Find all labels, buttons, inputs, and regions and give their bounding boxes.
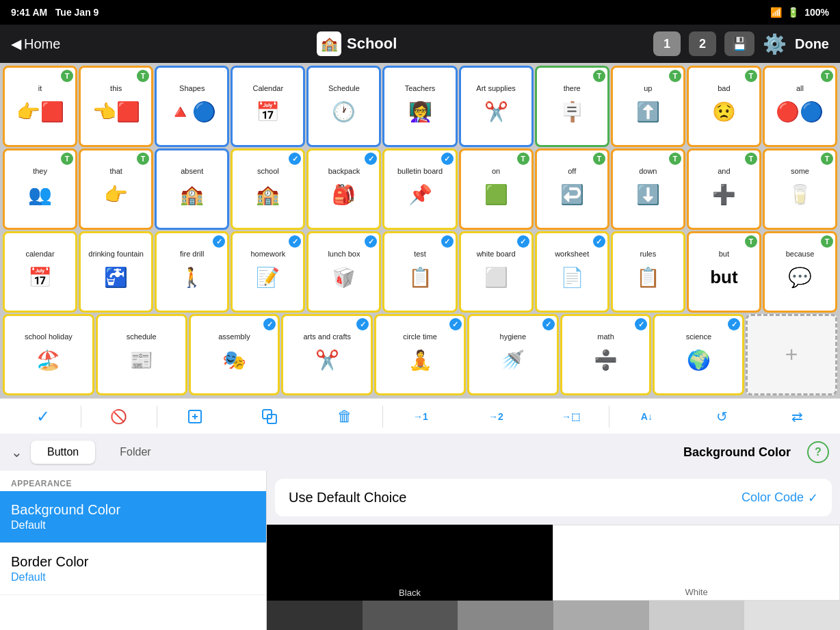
badge-check: ✓ — [635, 318, 647, 330]
cell-0-8[interactable]: up⬆️T — [611, 66, 685, 147]
cell-1-5[interactable]: bulletin board📌✓ — [382, 148, 457, 230]
settings-panel: ⌄ Button Folder Background Color ? APPEA… — [0, 434, 840, 630]
select-all-button[interactable]: ✓ — [5, 402, 81, 432]
gray4-swatch[interactable] — [553, 601, 649, 630]
cell-image: 🔺🔵 — [168, 94, 216, 129]
gray3-swatch[interactable] — [458, 601, 553, 630]
cell-1-6[interactable]: on🟩T — [459, 148, 534, 230]
cell-2-6[interactable]: white board⬜✓ — [459, 231, 534, 313]
badge-check: ✓ — [441, 235, 454, 248]
home-button[interactable]: ◀ Home — [11, 36, 60, 52]
cell-0-6[interactable]: Art supplies✂️ — [459, 66, 534, 147]
bg-color-item[interactable]: Background Color Default — [0, 491, 266, 543]
cell-label: because — [786, 250, 815, 259]
cell-1-4[interactable]: backpack🎒✓ — [306, 148, 381, 230]
cell-1-9[interactable]: and➕T — [687, 148, 761, 230]
cell-3-2[interactable]: assembly🎭✓ — [189, 314, 280, 395]
save-button[interactable]: 💾 — [724, 31, 754, 56]
page2-button[interactable]: 2 — [689, 31, 716, 56]
cell-label: white board — [477, 250, 516, 259]
cell-2-0[interactable]: calendar📅 — [3, 231, 77, 313]
gray6-swatch[interactable] — [744, 601, 840, 630]
white-swatch[interactable]: White — [553, 525, 840, 601]
cell-2-3[interactable]: homework📝✓ — [231, 231, 305, 313]
cell-3-4[interactable]: circle time🧘✓ — [374, 314, 466, 395]
cell-1-0[interactable]: they👥T — [3, 148, 77, 230]
black-swatch[interactable]: Black — [267, 525, 553, 601]
cell-3-1[interactable]: schedule📰 — [96, 314, 187, 395]
collapse-chevron[interactable]: ⌄ — [11, 444, 23, 460]
gray5-swatch[interactable] — [649, 601, 745, 630]
cell-label: off — [568, 167, 576, 176]
swap-button[interactable]: ⇄ — [759, 402, 835, 432]
cell-1-8[interactable]: down⬇️T — [611, 148, 685, 230]
cell-1-10[interactable]: some🥛T — [763, 148, 837, 230]
cell-label: this — [110, 84, 122, 93]
cell-0-2[interactable]: Shapes🔺🔵 — [155, 66, 229, 147]
cell-image: ↩️ — [560, 177, 584, 211]
settings-button[interactable]: ⚙️ — [763, 33, 787, 55]
cell-image: 📄 — [560, 260, 584, 294]
color-swatches: Black White — [267, 525, 840, 630]
cell-3-5[interactable]: hygiene🚿✓ — [467, 314, 559, 395]
badge-t: T — [137, 70, 149, 82]
color-code-button[interactable]: Color Code ✓ — [741, 490, 818, 506]
cell-1-7[interactable]: off↩️T — [535, 148, 609, 230]
badge-check: ✓ — [356, 318, 369, 330]
cell-2-4[interactable]: lunch box🥡✓ — [306, 231, 381, 313]
cell-label: Calendar — [253, 84, 284, 93]
cell-image: 🏫 — [180, 177, 204, 211]
cell-0-7[interactable]: there🪧T — [535, 66, 609, 147]
badge-check: ✓ — [542, 318, 555, 330]
cell-image: 🌍 — [687, 343, 711, 377]
nav-bar: ◀ Home 🏫 School 1 2 💾 ⚙️ Done — [0, 25, 840, 63]
cell-1-2[interactable]: absent🏫 — [155, 148, 229, 230]
cell-3-6[interactable]: math➗✓ — [560, 314, 652, 395]
border-color-item[interactable]: Border Color Default — [0, 543, 266, 595]
cell-0-1[interactable]: this👈🟥T — [79, 66, 153, 147]
cell-2-9[interactable]: butbutT — [687, 231, 761, 313]
copy-button[interactable] — [232, 402, 307, 432]
folder-type-btn[interactable]: Folder — [103, 441, 167, 464]
page1-button[interactable]: 1 — [653, 31, 681, 56]
status-bar: 9:41 AM Tue Jan 9 📶 🔋 100% — [0, 0, 840, 25]
cell-0-10[interactable]: all🔴🔵T — [763, 66, 837, 147]
default-choice-label: Use Default Choice — [289, 490, 406, 506]
cell-label: fire drill — [180, 250, 204, 259]
cell-1-3[interactable]: school🏫✓ — [231, 148, 305, 230]
cell-3-3[interactable]: arts and crafts✂️✓ — [281, 314, 373, 395]
goto1-button[interactable]: →1 — [383, 402, 458, 432]
cell-2-10[interactable]: because💬T — [763, 231, 837, 313]
cell-label: all — [796, 84, 804, 93]
deselect-button[interactable]: 🚫 — [81, 402, 157, 432]
goto2-button[interactable]: →2 — [458, 402, 534, 432]
cell-0-4[interactable]: Schedule🕐 — [306, 66, 381, 147]
cell-2-5[interactable]: test📋✓ — [382, 231, 457, 313]
cell-0-0[interactable]: it👉🟥T — [3, 66, 77, 147]
cell-3-7[interactable]: science🌍✓ — [653, 314, 744, 395]
gray1-swatch[interactable] — [267, 601, 363, 630]
cell-0-3[interactable]: Calendar📅 — [231, 66, 305, 147]
help-button[interactable]: ? — [807, 441, 829, 463]
gray2-swatch[interactable] — [363, 601, 458, 630]
done-button[interactable]: Done — [795, 36, 829, 52]
cell-label: school — [257, 167, 279, 176]
button-type-btn[interactable]: Button — [31, 441, 95, 464]
cell-0-5[interactable]: Teachers👩‍🏫 — [382, 66, 457, 147]
cell-3-8[interactable]: + — [746, 314, 837, 395]
cell-0-9[interactable]: bad😟T — [687, 66, 761, 147]
goto-folder-button[interactable]: →⬚ — [534, 402, 609, 432]
black-label: Black — [399, 588, 421, 598]
cell-2-7[interactable]: worksheet📄✓ — [535, 231, 609, 313]
cell-3-0[interactable]: school holiday🏖️ — [3, 314, 94, 395]
cell-1-1[interactable]: that👉T — [79, 148, 153, 230]
refresh-button[interactable]: ↺ — [684, 402, 759, 432]
cell-2-8[interactable]: rules📋 — [611, 231, 685, 313]
import-button[interactable] — [157, 402, 233, 432]
cell-2-2[interactable]: fire drill🚶✓ — [155, 231, 229, 313]
cell-label: drinking fountain — [88, 250, 144, 259]
sort-az-button[interactable]: A↓ — [609, 402, 685, 432]
delete-button[interactable]: 🗑 — [307, 402, 382, 432]
cell-image: 👩‍🏫 — [408, 94, 432, 129]
cell-2-1[interactable]: drinking fountain🚰 — [79, 231, 153, 313]
